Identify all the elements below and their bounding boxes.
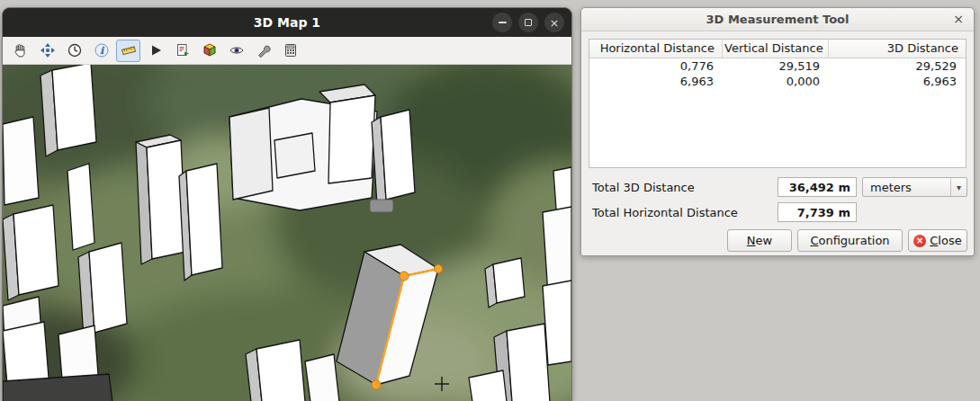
play-icon bbox=[148, 42, 164, 58]
close-icon: × bbox=[550, 17, 560, 29]
play-animation-button[interactable] bbox=[143, 40, 167, 62]
map-tools-button[interactable] bbox=[251, 40, 275, 62]
pan-tool-button[interactable] bbox=[8, 40, 32, 62]
cube-3d-icon bbox=[202, 42, 218, 58]
map-3d-scene bbox=[3, 65, 571, 401]
pan-icon bbox=[13, 42, 29, 58]
close-button-label: lose bbox=[938, 234, 961, 247]
close-button-mnemonic: C bbox=[930, 234, 938, 247]
zoom-full-icon bbox=[40, 42, 56, 58]
unit-selected-value: meters bbox=[863, 181, 950, 194]
close-button[interactable]: × bbox=[544, 13, 564, 32]
column-header-horizontal[interactable]: Horizontal Distance bbox=[589, 40, 723, 58]
map-titlebar[interactable]: 3D Map 1 × bbox=[3, 8, 571, 37]
dialog-close-button[interactable]: × bbox=[951, 12, 966, 26]
calculator-icon bbox=[283, 42, 299, 58]
total-horizontal-distance-label: Total Horizontal Distance bbox=[592, 206, 738, 219]
total-3d-distance-value: 36,492 m bbox=[778, 177, 857, 197]
map-3d-viewport[interactable] bbox=[3, 65, 571, 401]
map-window: 3D Map 1 × bbox=[2, 7, 572, 401]
close-dialog-button[interactable]: × Close bbox=[908, 229, 967, 252]
table-header: Horizontal Distance Vertical Distance 3D… bbox=[589, 40, 966, 58]
export-scene-button[interactable] bbox=[170, 40, 194, 62]
chevron-down-icon: ▾ bbox=[950, 178, 967, 196]
identify-icon: i bbox=[94, 42, 110, 58]
configuration-button[interactable]: Configuration bbox=[797, 229, 903, 252]
wrench-icon bbox=[256, 42, 272, 58]
dialog-titlebar[interactable]: 3D Measurement Tool × bbox=[581, 8, 974, 31]
ruler-icon bbox=[121, 42, 137, 58]
configuration-button-label: onfiguration bbox=[818, 234, 889, 247]
animation-tool-button[interactable] bbox=[62, 40, 86, 62]
table-row[interactable]: 0,776 29,519 29,529 bbox=[589, 58, 966, 74]
measurements-table[interactable]: Horizontal Distance Vertical Distance 3D… bbox=[589, 39, 967, 168]
close-red-icon: × bbox=[913, 235, 926, 247]
desktop: 3D Map 1 × bbox=[0, 0, 980, 401]
cell-vertical: 29,519 bbox=[723, 58, 829, 74]
measure-calculator-button[interactable] bbox=[278, 40, 302, 62]
new-button-mnemonic: N bbox=[747, 234, 756, 247]
window-controls: × bbox=[492, 13, 564, 32]
export-scene-icon bbox=[175, 42, 191, 58]
unit-select[interactable]: meters ▾ bbox=[862, 177, 967, 197]
new-button[interactable]: New bbox=[727, 229, 792, 252]
zoom-full-tool-button[interactable] bbox=[35, 40, 59, 62]
total-horizontal-distance-value: 7,739 m bbox=[778, 202, 857, 222]
cell-horizontal: 0,776 bbox=[589, 58, 723, 74]
table-row[interactable]: 6,963 0,000 6,963 bbox=[589, 74, 966, 89]
column-header-3d[interactable]: 3D Distance bbox=[829, 40, 966, 58]
measure-line-tool-button[interactable] bbox=[116, 40, 140, 62]
minimize-button[interactable] bbox=[492, 13, 512, 32]
dialog-title: 3D Measurement Tool bbox=[706, 13, 850, 26]
minimize-icon bbox=[499, 22, 507, 23]
cell-horizontal: 6,963 bbox=[589, 74, 723, 89]
total-3d-distance-label: Total 3D Distance bbox=[592, 181, 695, 194]
maximize-button[interactable] bbox=[518, 13, 538, 32]
cell-3d: 29,529 bbox=[829, 58, 966, 74]
eye-icon bbox=[229, 42, 245, 58]
map-toolbar: i bbox=[3, 37, 571, 65]
clock-icon bbox=[67, 42, 83, 58]
maximize-icon bbox=[525, 19, 532, 26]
new-button-label: ew bbox=[756, 234, 773, 247]
cell-vertical: 0,000 bbox=[723, 74, 829, 89]
identify-tool-button[interactable]: i bbox=[89, 40, 113, 62]
column-header-vertical[interactable]: Vertical Distance bbox=[723, 40, 829, 58]
map-billboard-tag bbox=[370, 200, 393, 212]
cell-3d: 6,963 bbox=[829, 74, 966, 89]
measurement-dialog: 3D Measurement Tool × Horizontal Distanc… bbox=[580, 7, 975, 256]
camera-view-button[interactable] bbox=[224, 40, 248, 62]
scene-config-button[interactable] bbox=[197, 40, 221, 62]
map-window-title: 3D Map 1 bbox=[254, 15, 320, 30]
